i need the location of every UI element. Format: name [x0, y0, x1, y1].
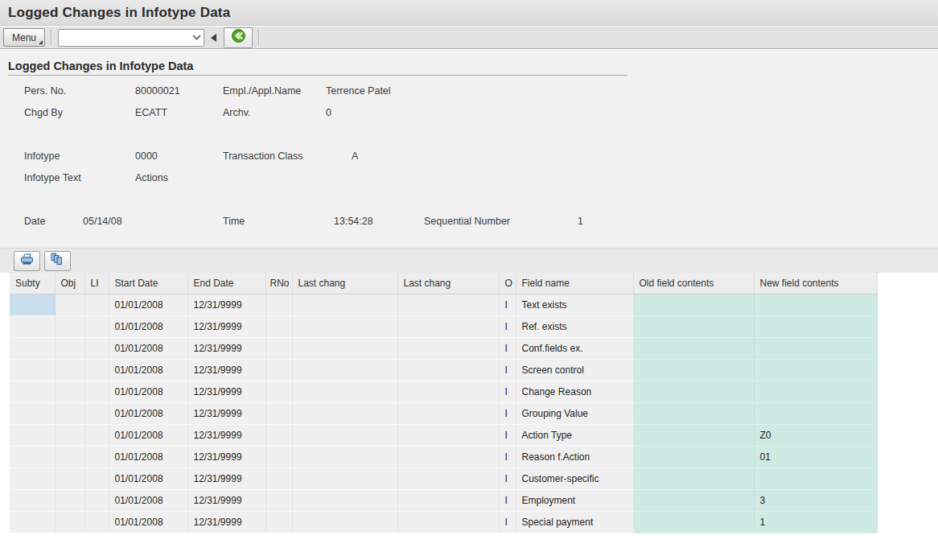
cell-last-chang-2[interactable]	[397, 360, 499, 381]
cell-end-date[interactable]: 12/31/9999	[187, 490, 265, 512]
cell-field-name[interactable]: Customer-specific	[516, 468, 633, 490]
cell-o[interactable]: I	[499, 360, 516, 381]
copy-views-button[interactable]	[44, 251, 71, 271]
cell-old-contents[interactable]	[633, 338, 754, 360]
cell-last-chang-1[interactable]	[292, 381, 397, 403]
cell-start-date[interactable]: 01/01/2008	[109, 468, 187, 490]
cell-field-name[interactable]: Ref. exists	[516, 316, 633, 338]
cell-o[interactable]: I	[499, 512, 516, 533]
menu-button[interactable]: Menu	[3, 28, 45, 47]
cell-end-date[interactable]: 12/31/9999	[187, 425, 265, 447]
cell-o[interactable]: I	[499, 338, 516, 360]
back-button[interactable]	[224, 27, 253, 48]
cell-subty[interactable]	[10, 294, 55, 316]
cell-rno[interactable]	[265, 360, 292, 381]
cell-rno[interactable]	[265, 490, 292, 512]
cell-obj[interactable]	[55, 381, 84, 403]
cell-start-date[interactable]: 01/01/2008	[109, 490, 187, 512]
cell-o[interactable]: I	[499, 381, 516, 403]
cell-rno[interactable]	[265, 316, 292, 338]
cell-subty[interactable]	[10, 490, 55, 512]
cell-subty[interactable]	[10, 447, 55, 468]
cell-obj[interactable]	[55, 360, 84, 381]
cell-new-contents[interactable]: Z0	[754, 425, 877, 447]
column-header-subty[interactable]: Subty	[10, 273, 55, 294]
cell-subty[interactable]	[10, 425, 55, 447]
cell-rno[interactable]	[265, 381, 292, 403]
cell-end-date[interactable]: 12/31/9999	[187, 447, 265, 468]
cell-rno[interactable]	[265, 294, 292, 316]
cell-li[interactable]	[84, 490, 109, 512]
cell-new-contents[interactable]	[754, 403, 877, 425]
cell-last-chang-2[interactable]	[397, 447, 499, 468]
cell-last-chang-1[interactable]	[292, 425, 397, 447]
cell-end-date[interactable]: 12/31/9999	[187, 294, 265, 316]
cell-field-name[interactable]: Reason f.Action	[516, 447, 633, 468]
cell-end-date[interactable]: 12/31/9999	[187, 316, 265, 338]
cell-last-chang-2[interactable]	[397, 381, 499, 403]
cell-obj[interactable]	[55, 490, 84, 512]
chevron-down-icon[interactable]	[190, 35, 204, 40]
cell-obj[interactable]	[55, 403, 84, 425]
cell-li[interactable]	[84, 447, 109, 468]
cell-o[interactable]: I	[499, 490, 516, 512]
command-combobox[interactable]	[58, 29, 204, 47]
cell-rno[interactable]	[265, 425, 292, 447]
cell-li[interactable]	[84, 338, 109, 360]
cell-obj[interactable]	[55, 447, 84, 468]
cell-start-date[interactable]: 01/01/2008	[109, 403, 187, 425]
cell-o[interactable]: I	[499, 403, 516, 425]
cell-subty[interactable]	[10, 360, 55, 381]
cell-new-contents[interactable]	[754, 468, 877, 490]
cell-rno[interactable]	[265, 447, 292, 468]
cell-end-date[interactable]: 12/31/9999	[187, 381, 265, 403]
cell-start-date[interactable]: 01/01/2008	[109, 360, 187, 381]
cell-subty[interactable]	[10, 468, 55, 490]
print-button[interactable]	[14, 251, 40, 271]
cell-old-contents[interactable]	[633, 316, 754, 338]
cell-obj[interactable]	[55, 294, 84, 316]
cell-last-chang-1[interactable]	[292, 490, 397, 512]
cell-old-contents[interactable]	[633, 425, 754, 447]
cell-field-name[interactable]: Grouping Value	[516, 403, 633, 425]
cell-rno[interactable]	[265, 403, 292, 425]
cell-subty[interactable]	[10, 512, 55, 533]
cell-field-name[interactable]: Special payment	[516, 512, 633, 533]
column-header-obj[interactable]: Obj	[55, 273, 84, 294]
cell-last-chang-2[interactable]	[397, 490, 499, 512]
column-header-end-date[interactable]: End Date	[187, 273, 265, 294]
cell-subty[interactable]	[10, 338, 55, 360]
cell-subty[interactable]	[10, 381, 55, 403]
cell-obj[interactable]	[55, 425, 84, 447]
cell-obj[interactable]	[55, 468, 84, 490]
column-header-old-contents[interactable]: Old field contents	[633, 273, 754, 294]
cell-start-date[interactable]: 01/01/2008	[109, 381, 187, 403]
cell-obj[interactable]	[55, 316, 84, 338]
cell-last-chang-2[interactable]	[397, 403, 499, 425]
cell-rno[interactable]	[265, 338, 292, 360]
cell-start-date[interactable]: 01/01/2008	[109, 512, 187, 533]
cell-start-date[interactable]: 01/01/2008	[109, 447, 187, 468]
cell-old-contents[interactable]	[633, 294, 754, 316]
cell-end-date[interactable]: 12/31/9999	[187, 512, 265, 533]
cell-o[interactable]: I	[499, 468, 516, 490]
cell-o[interactable]: I	[499, 316, 516, 338]
cell-old-contents[interactable]	[633, 468, 754, 490]
cell-rno[interactable]	[265, 468, 292, 490]
cell-field-name[interactable]: Action Type	[516, 425, 633, 447]
cell-li[interactable]	[84, 316, 109, 338]
column-header-start-date[interactable]: Start Date	[109, 273, 187, 294]
cell-subty[interactable]	[10, 316, 55, 338]
cell-o[interactable]: I	[499, 447, 516, 468]
cell-end-date[interactable]: 12/31/9999	[187, 403, 265, 425]
cell-subty[interactable]	[10, 403, 55, 425]
cell-old-contents[interactable]	[633, 447, 754, 468]
cell-last-chang-1[interactable]	[292, 294, 397, 316]
cell-new-contents[interactable]	[754, 381, 877, 403]
cell-obj[interactable]	[55, 512, 84, 533]
cell-rno[interactable]	[265, 512, 292, 533]
cell-last-chang-1[interactable]	[292, 512, 397, 533]
column-header-rno[interactable]: RNo	[265, 273, 292, 294]
cell-end-date[interactable]: 12/31/9999	[187, 360, 265, 381]
cell-old-contents[interactable]	[633, 360, 754, 381]
